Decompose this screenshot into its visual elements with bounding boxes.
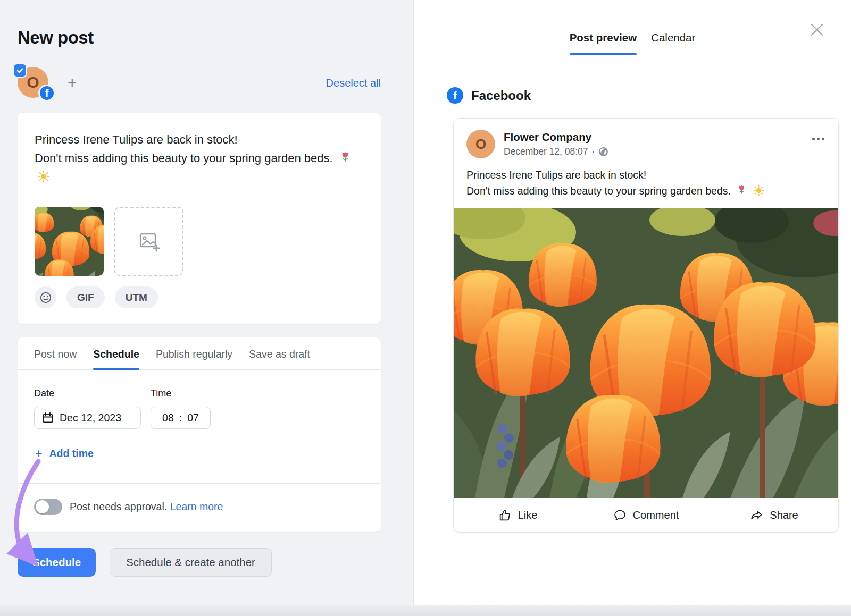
add-time-button[interactable]: + Add time (35, 446, 94, 461)
utm-button[interactable]: UTM (115, 286, 158, 308)
page-name: Flower Company (504, 131, 608, 144)
toggle-knob (36, 500, 49, 513)
tab-schedule[interactable]: Schedule (93, 337, 139, 369)
time-hour: 08 (162, 412, 174, 424)
network-header: f Facebook (447, 87, 851, 104)
facebook-badge-icon: f (38, 85, 55, 102)
media-row (35, 207, 364, 276)
time-colon: : (179, 412, 182, 424)
add-image-icon (137, 229, 161, 254)
facebook-post-preview-card: O Flower Company December 12, 08:07 · (453, 118, 839, 533)
comment-icon (613, 509, 627, 522)
preview-text-line2: Don't miss adding this beauty to your sp… (466, 185, 731, 197)
post-timestamp: December 12, 08:07 (504, 146, 588, 157)
close-icon (808, 21, 825, 38)
time-field-group: Time 08 : 07 (151, 388, 211, 429)
facebook-logo-icon: f (447, 87, 463, 104)
like-button[interactable]: Like (454, 509, 582, 522)
bottom-actions: Schedule Schedule & create another (18, 548, 381, 577)
approval-toggle[interactable] (34, 499, 62, 515)
emoji-picker-button[interactable] (35, 286, 56, 308)
tulip-thumbnail-image (35, 207, 104, 276)
network-name: Facebook (471, 88, 531, 103)
page-title: New post (18, 28, 381, 48)
tab-post-now[interactable]: Post now (34, 337, 77, 369)
new-post-panel: New post O f + Deselect all Princess Ire… (0, 0, 414, 605)
scheduling-card: Post now Schedule Publish regularly Save… (18, 337, 381, 532)
time-minute: 07 (187, 412, 199, 424)
time-label: Time (151, 388, 211, 399)
time-input[interactable]: 08 : 07 (151, 407, 211, 429)
post-text-line1: Princess Irene Tulips are back in stock! (35, 133, 238, 146)
post-editor-card: Princess Irene Tulips are back in stock!… (18, 113, 381, 324)
share-label: Share (770, 509, 798, 521)
close-button[interactable] (808, 21, 825, 38)
date-field-group: Date Dec 12, 2023 (34, 388, 141, 429)
approval-row: Post needs approval. Learn more (18, 483, 381, 532)
date-value: Dec 12, 2023 (60, 412, 121, 424)
profile-row: O f + Deselect all (18, 67, 381, 99)
scheduling-tabs: Post now Schedule Publish regularly Save… (18, 337, 381, 370)
add-time-label: Add time (49, 448, 93, 460)
preview-text-line1: Princess Irene Tulips are back in stock! (466, 169, 646, 181)
comment-label: Comment (633, 509, 679, 521)
sun-emoji-icon (37, 170, 50, 183)
post-image (454, 208, 839, 498)
share-button[interactable]: Share (710, 509, 838, 522)
tab-publish-regularly[interactable]: Publish regularly (156, 337, 232, 369)
dot-separator: · (592, 146, 595, 157)
editor-actions: GIF UTM (35, 286, 364, 308)
profile-chip[interactable]: O f (18, 67, 49, 99)
preview-header: Post preview Calendar (414, 0, 851, 55)
date-label: Date (34, 388, 141, 399)
date-input[interactable]: Dec 12, 2023 (34, 407, 141, 429)
tab-save-as-draft[interactable]: Save as draft (249, 337, 310, 369)
approval-label: Post needs approval. (70, 501, 167, 512)
like-icon (498, 509, 512, 522)
ellipsis-icon (812, 138, 815, 140)
comment-button[interactable]: Comment (582, 509, 710, 522)
page-avatar: O (466, 130, 495, 158)
tulip-emoji-icon (339, 151, 352, 164)
preview-panel: Post preview Calendar f Facebook O Flowe… (414, 0, 851, 605)
tab-post-preview[interactable]: Post preview (570, 31, 637, 55)
like-label: Like (518, 509, 538, 521)
share-icon (750, 509, 763, 522)
page-background-strip (0, 605, 851, 616)
scheduler-modal: New post O f + Deselect all Princess Ire… (0, 0, 851, 605)
check-icon (16, 66, 24, 74)
sun-emoji-icon (753, 185, 764, 196)
learn-more-link[interactable]: Learn more (170, 501, 223, 512)
calendar-icon (42, 412, 54, 424)
gif-button[interactable]: GIF (66, 286, 105, 308)
schedule-create-another-button[interactable]: Schedule & create another (110, 548, 272, 577)
post-header: O Flower Company December 12, 08:07 · (454, 119, 838, 163)
profile-checkbox[interactable] (13, 63, 27, 78)
tulip-emoji-icon (736, 185, 747, 196)
smiley-icon (39, 291, 52, 304)
post-preview-text: Princess Irene Tulips are back in stock!… (454, 163, 838, 208)
plus-icon: + (35, 446, 42, 461)
add-profile-button[interactable]: + (68, 75, 77, 91)
post-text-editor[interactable]: Princess Irene Tulips are back in stock!… (35, 130, 354, 186)
ellipsis-icon (822, 138, 824, 140)
deselect-all-link[interactable]: Deselect all (326, 77, 381, 89)
post-options-button[interactable] (811, 134, 825, 144)
attached-image-thumbnail[interactable] (35, 207, 104, 276)
add-media-button[interactable] (114, 207, 183, 276)
post-text-line2: Don't miss adding this beauty to your sp… (35, 151, 333, 165)
post-actions-bar: Like Comment Share (454, 498, 838, 532)
globe-icon (598, 147, 608, 157)
tab-calendar[interactable]: Calendar (651, 31, 695, 55)
schedule-button[interactable]: Schedule (18, 548, 96, 577)
ellipsis-icon (817, 138, 820, 140)
